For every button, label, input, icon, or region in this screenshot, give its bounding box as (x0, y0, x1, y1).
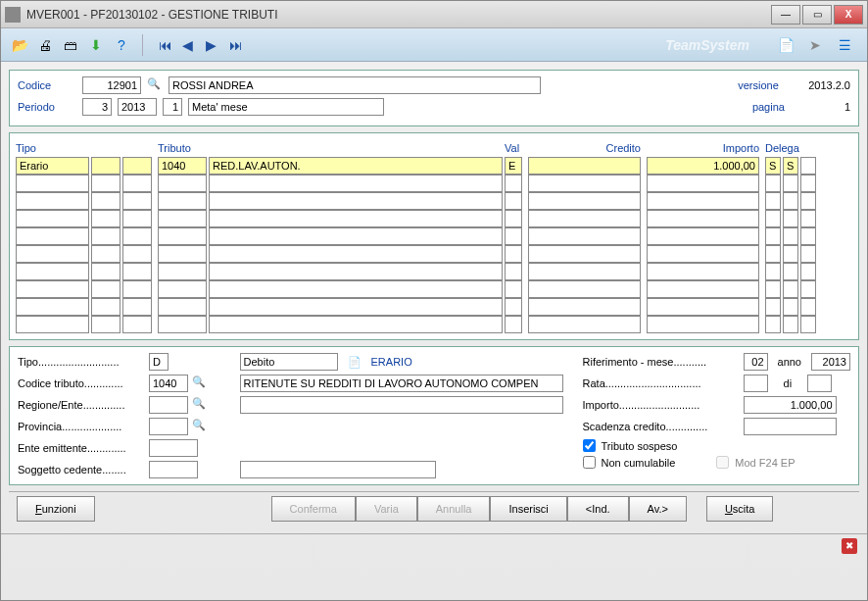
ente-input[interactable] (149, 439, 198, 457)
conferma-button[interactable]: Conferma (271, 496, 356, 522)
grid-cell[interactable] (209, 280, 503, 298)
grid-cell[interactable] (765, 210, 781, 227)
grid-cell[interactable] (528, 192, 641, 210)
grid-cell[interactable] (647, 245, 759, 263)
close-button[interactable]: X (834, 5, 863, 25)
regione-desc-field[interactable] (240, 396, 563, 414)
grid-cell[interactable] (783, 316, 798, 333)
grid-cell[interactable] (16, 210, 89, 227)
grid-cell[interactable] (765, 263, 781, 280)
codice-name-field[interactable] (169, 76, 541, 94)
grid-cell[interactable]: 1.000,00 (647, 157, 759, 175)
soggetto-input[interactable] (149, 461, 198, 478)
grid-cell[interactable] (783, 298, 798, 316)
grid-cell[interactable] (209, 316, 503, 333)
grid-cell[interactable] (800, 280, 816, 298)
tipo-input[interactable] (149, 353, 169, 371)
grid-cell[interactable]: Erario (16, 157, 89, 175)
printer-icon[interactable]: 🗃 (60, 34, 81, 56)
grid-cell[interactable]: 1040 (158, 157, 207, 175)
grid-cell[interactable] (647, 263, 759, 280)
funzioni-button[interactable]: Funzioni (17, 496, 95, 522)
nav-prev-icon[interactable]: ◀ (182, 37, 198, 53)
grid-cell[interactable] (765, 227, 781, 245)
grid-cell[interactable] (158, 210, 207, 227)
grid-cell[interactable] (800, 157, 816, 175)
grid-cell[interactable] (209, 210, 503, 227)
grid-cell[interactable]: S (765, 157, 781, 175)
grid-cell[interactable] (800, 227, 816, 245)
grid-cell[interactable] (122, 192, 152, 210)
grid-cell[interactable] (647, 192, 759, 210)
grid-cell[interactable] (209, 175, 503, 192)
grid-cell[interactable] (16, 245, 89, 263)
grid-cell[interactable] (505, 175, 522, 192)
grid-cell[interactable] (16, 280, 89, 298)
grid-cell[interactable] (765, 192, 781, 210)
grid-cell[interactable] (91, 210, 121, 227)
grid-cell[interactable] (647, 280, 759, 298)
grid-cell[interactable] (505, 298, 522, 316)
grid-cell[interactable] (16, 175, 89, 192)
periodo-month-input[interactable] (82, 98, 112, 116)
grid-cell[interactable] (158, 316, 207, 333)
grid-cell[interactable] (122, 245, 152, 263)
grid-cell[interactable] (783, 227, 798, 245)
rata-di-input[interactable] (807, 375, 832, 392)
codice-tributo-search-icon[interactable]: 🔍 (192, 376, 208, 391)
grid-cell[interactable] (505, 210, 522, 227)
grid-cell[interactable] (528, 157, 641, 175)
grid-cell[interactable] (158, 263, 207, 280)
regione-search-icon[interactable]: 🔍 (192, 397, 208, 413)
grid-cell[interactable] (783, 280, 798, 298)
grid-cell[interactable] (765, 280, 781, 298)
riferimento-mese-input[interactable] (744, 353, 768, 371)
grid-cell[interactable] (647, 298, 759, 316)
grid-cell[interactable] (800, 210, 816, 227)
grid-cell[interactable] (91, 263, 121, 280)
maximize-button[interactable]: ▭ (802, 5, 832, 25)
status-close-icon[interactable]: ✖ (842, 538, 857, 554)
grid-cell[interactable] (209, 192, 503, 210)
grid-cell[interactable] (16, 298, 89, 316)
grid-cell[interactable] (91, 175, 121, 192)
nav-last-icon[interactable]: ⏭ (229, 37, 245, 53)
non-cumulabile-checkbox[interactable] (583, 456, 596, 469)
doc-icon[interactable]: 📄 (775, 34, 796, 56)
grid-cell[interactable] (16, 192, 89, 210)
uscita-button[interactable]: Uscita (706, 496, 774, 522)
periodo-seq-input[interactable] (163, 98, 182, 116)
grid-cell[interactable] (122, 316, 152, 333)
grid-cell[interactable] (158, 280, 207, 298)
list-icon[interactable]: ☰ (834, 34, 855, 56)
grid-cell[interactable] (765, 298, 781, 316)
grid-cell[interactable] (16, 316, 89, 333)
grid-cell[interactable] (528, 263, 641, 280)
varia-button[interactable]: Varia (356, 496, 417, 522)
grid-cell[interactable] (122, 210, 152, 227)
grid-cell[interactable] (122, 157, 152, 175)
grid-cell[interactable] (783, 210, 798, 227)
grid-cell[interactable] (158, 245, 207, 263)
grid-cell[interactable] (647, 227, 759, 245)
grid-cell[interactable] (528, 227, 641, 245)
grid-cell[interactable] (800, 263, 816, 280)
grid-cell[interactable] (783, 175, 798, 192)
grid-cell[interactable] (528, 210, 641, 227)
grid-cell[interactable] (91, 316, 121, 333)
grid-cell[interactable] (16, 227, 89, 245)
grid-cell[interactable] (91, 227, 121, 245)
grid-cell[interactable] (783, 192, 798, 210)
print-icon[interactable]: 🖨 (34, 34, 56, 56)
grid-cell[interactable] (647, 175, 759, 192)
grid-cell[interactable] (505, 280, 522, 298)
grid-cell[interactable] (647, 210, 759, 227)
grid-cell[interactable] (528, 175, 641, 192)
grid-cell[interactable] (91, 157, 121, 175)
grid-cell[interactable] (122, 280, 152, 298)
grid-cell[interactable] (783, 263, 798, 280)
grid-cell[interactable] (505, 192, 522, 210)
grid-cell[interactable] (209, 263, 503, 280)
grid-cell[interactable] (122, 298, 152, 316)
codice-tributo-input[interactable] (149, 375, 188, 392)
